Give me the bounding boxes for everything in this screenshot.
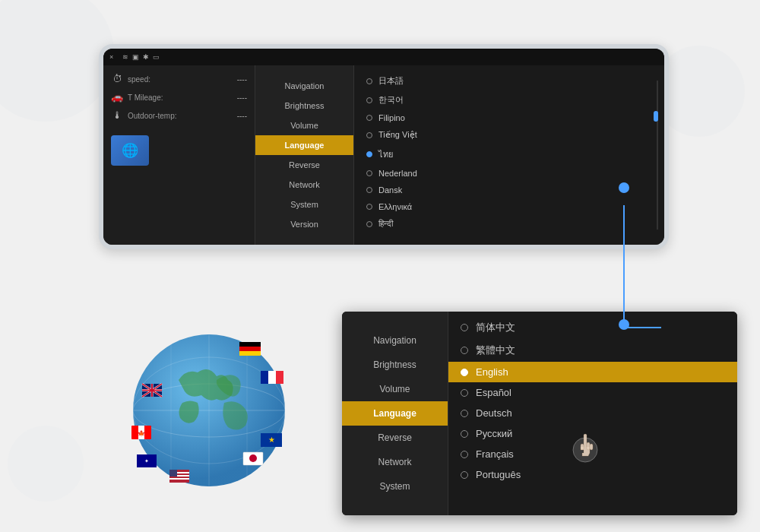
svg-text:✦: ✦ [144, 458, 149, 464]
svg-rect-20 [268, 371, 276, 384]
bottom-language-item[interactable]: 繁體中文 [448, 339, 737, 362]
mileage-label: T Mileage: [128, 93, 233, 102]
bottom-menu-item-navigation[interactable]: Navigation [342, 328, 448, 353]
globe-thumbnail: 🌐 [111, 128, 247, 166]
lang-radio [366, 221, 372, 227]
top-device: × ≋ ▣ ✱ ▭ ⏱ speed: ---- 🚗 T Mileage: ---… [99, 44, 669, 249]
bottom-menu-panel: NavigationBrightnessVolumeLanguageRevers… [342, 312, 448, 515]
bottom-lang-label: Deutsch [476, 407, 512, 419]
bottom-lang-radio [461, 369, 468, 376]
language-item[interactable]: ไทย [354, 144, 664, 165]
bottom-lang-radio [461, 347, 468, 354]
bg-decoration-1 [0, 0, 114, 122]
lang-radio [366, 204, 372, 210]
lang-label: Tiếng Việt [378, 130, 417, 140]
bottom-language-item[interactable]: Deutsch [448, 403, 737, 423]
bottom-menu-item-network[interactable]: Network [342, 450, 448, 474]
signal-icon: ▭ [153, 53, 160, 61]
bottom-language-item[interactable]: 简体中文 [448, 316, 737, 339]
language-item[interactable]: Nederland [354, 165, 664, 182]
mileage-value: ---- [237, 93, 247, 102]
bottom-menu-item-volume[interactable]: Volume [342, 377, 448, 401]
svg-text:🍁: 🍁 [138, 429, 145, 437]
lang-radio [366, 151, 372, 157]
svg-point-28 [249, 454, 257, 462]
language-item[interactable]: 日本語 [354, 71, 664, 90]
speed-row: ⏱ speed: ---- [111, 73, 247, 85]
svg-rect-17 [239, 347, 261, 351]
svg-rect-21 [276, 371, 283, 384]
language-item[interactable]: Filipino [354, 109, 664, 126]
bottom-panel: NavigationBrightnessVolumeLanguageRevers… [342, 312, 737, 515]
svg-rect-34 [169, 478, 189, 480]
bottom-lang-label: Русский [476, 428, 512, 439]
svg-rect-16 [239, 342, 261, 347]
globe-svg: 🍁 ★ ✦ [125, 327, 293, 494]
menu-item-version[interactable]: Version [255, 214, 353, 234]
bottom-language-panel: 简体中文繁體中文EnglishEspañolDeutschРусскийFran… [448, 312, 737, 515]
dashboard-panel: ⏱ speed: ---- 🚗 T Mileage: ---- 🌡 Outdoo… [103, 65, 255, 245]
svg-text:★: ★ [268, 435, 275, 444]
language-item[interactable]: Tiếng Việt [354, 126, 664, 144]
bottom-menu-item-system[interactable]: System [342, 474, 448, 499]
temp-value: ---- [237, 112, 247, 120]
menu-item-network[interactable]: Network [255, 175, 353, 195]
language-item[interactable]: 한국어 [354, 90, 664, 109]
connector-horizontal-line [623, 327, 661, 328]
lang-radio [366, 78, 372, 84]
lang-radio [366, 97, 372, 103]
car-icon: 🚗 [111, 91, 123, 103]
bottom-lang-label: Português [476, 469, 521, 480]
menu-item-reverse[interactable]: Reverse [255, 155, 353, 175]
device-screen: × ≋ ▣ ✱ ▭ ⏱ speed: ---- 🚗 T Mileage: ---… [103, 49, 664, 245]
bottom-menu-item-reverse[interactable]: Reverse [342, 426, 448, 450]
lang-label: Ελληνικά [378, 202, 412, 211]
lang-radio [366, 115, 372, 121]
bottom-menu-item-language[interactable]: Language [342, 401, 448, 426]
lang-label: Dansk [378, 185, 402, 195]
bottom-language-item[interactable]: Português [448, 464, 737, 485]
temp-label: Outdoor-temp: [128, 112, 233, 120]
box-icon: ▣ [132, 53, 139, 61]
bg-decoration-3 [8, 426, 84, 502]
bluetooth-icon: ✱ [143, 53, 149, 61]
menu-item-system[interactable]: System [255, 195, 353, 214]
language-item[interactable]: Dansk [354, 182, 664, 198]
connector-vertical-line [623, 205, 625, 327]
bottom-menu-item-brightness[interactable]: Brightness [342, 353, 448, 377]
mileage-row: 🚗 T Mileage: ---- [111, 91, 247, 103]
speed-label: speed: [128, 75, 233, 84]
bottom-lang-label: 繁體中文 [476, 344, 515, 357]
scrollbar-track [657, 81, 658, 230]
language-item[interactable]: हिन्दी [354, 215, 664, 233]
wifi-icon: ≋ [122, 53, 128, 61]
bottom-language-item[interactable]: Español [448, 382, 737, 403]
menu-item-navigation[interactable]: Navigation [255, 76, 353, 96]
lang-radio [366, 187, 372, 193]
bottom-language-item[interactable]: Français [448, 444, 737, 464]
status-icons: ≋ ▣ ✱ ▭ [122, 53, 160, 61]
lang-radio [366, 132, 372, 138]
bottom-language-item[interactable]: Русский [448, 423, 737, 444]
lang-label: हिन्दी [378, 219, 393, 229]
menu-item-volume[interactable]: Volume [255, 116, 353, 135]
lang-radio [366, 170, 372, 176]
status-bar: × ≋ ▣ ✱ ▭ [103, 49, 664, 65]
menu-item-language[interactable]: Language [255, 135, 353, 155]
svg-rect-35 [169, 470, 177, 477]
bottom-language-item[interactable]: English [448, 362, 737, 382]
title-area [0, 0, 760, 14]
bottom-lang-radio [461, 430, 468, 438]
bottom-lang-radio [461, 324, 468, 331]
device-content: ⏱ speed: ---- 🚗 T Mileage: ---- 🌡 Outdoo… [103, 65, 664, 245]
lang-label: Nederland [378, 169, 417, 178]
close-icon: × [109, 53, 113, 61]
top-menu-panel: NavigationBrightnessVolumeLanguageRevers… [255, 65, 354, 245]
lang-label: 日本語 [378, 75, 404, 87]
lang-label: 한국어 [378, 94, 404, 106]
bottom-lang-label: English [476, 366, 508, 378]
menu-item-brightness[interactable]: Brightness [255, 96, 353, 116]
bottom-lang-radio [461, 389, 468, 397]
bottom-lang-radio [461, 471, 468, 479]
language-item[interactable]: Ελληνικά [354, 198, 664, 215]
